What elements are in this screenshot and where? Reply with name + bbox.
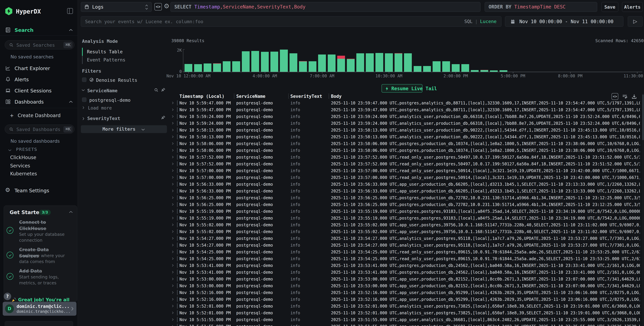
search-input[interactable]	[81, 17, 501, 27]
log-row[interactable]: Nov 10 5:53:41.000 PM postgresql-demo in…	[170, 269, 641, 275]
log-row[interactable]: Nov 10 5:52:16.000 PM postgresql-demo in…	[170, 296, 641, 303]
sidebar-item-team-settings[interactable]: ⚙ Team Settings	[0, 186, 78, 195]
histogram-bar-slot[interactable]	[346, 50, 355, 72]
histogram-bar-slot[interactable]	[279, 50, 288, 72]
column-header-body[interactable]: Body	[331, 94, 342, 99]
expand-chevron-icon[interactable]	[172, 162, 174, 166]
chevron-up-icon[interactable]	[68, 210, 73, 213]
log-row[interactable]: Nov 10 5:54:25.000 PM postgresql-demo in…	[170, 255, 641, 262]
histogram-bar-slot[interactable]	[250, 50, 260, 72]
log-row[interactable]: Nov 10 5:56:25.000 PM postgresql-demo in…	[170, 194, 641, 201]
histogram-bar-slot[interactable]	[489, 50, 498, 72]
log-row[interactable]: Nov 10 5:53:00.000 PM postgresql-demo in…	[170, 275, 641, 282]
expand-chevron-icon[interactable]	[172, 236, 174, 240]
wrap-lines-icon[interactable]	[622, 93, 628, 100]
histogram-bar-slot[interactable]	[632, 50, 642, 72]
log-row[interactable]: Nov 10 5:55:02.000 PM postgresql-demo in…	[170, 221, 641, 228]
expand-chevron-icon[interactable]	[172, 189, 174, 193]
histogram-bar-slot[interactable]	[575, 50, 584, 72]
expand-chevron-icon[interactable]	[172, 101, 174, 105]
histogram-bar-slot[interactable]	[604, 50, 613, 72]
preset-services[interactable]: Services	[10, 163, 30, 169]
histogram-bar-slot[interactable]	[470, 50, 480, 72]
date-range-picker[interactable]: Nov 10 00:00:00 - Nov 11 00:00:00	[505, 16, 623, 27]
filter-section-severitytext[interactable]: SeverityText	[87, 116, 120, 121]
histogram-bar-slot[interactable]	[365, 50, 374, 72]
code-view-button[interactable]: <>	[154, 3, 162, 11]
histogram-bar-slot[interactable]	[460, 50, 470, 72]
log-row[interactable]: Nov 10 5:57:00.000 PM postgresql-demo in…	[170, 174, 641, 181]
histogram-bar-slot[interactable]	[432, 50, 441, 72]
log-row[interactable]: Nov 10 5:55:02.000 PM postgresql-demo in…	[170, 228, 641, 235]
expand-chevron-icon[interactable]	[172, 196, 174, 200]
log-row[interactable]: Nov 10 5:54:25.000 PM postgresql-demo in…	[170, 248, 641, 255]
log-row[interactable]: Nov 10 5:59:24.000 PM postgresql-demo in…	[170, 113, 641, 120]
alerts-button[interactable]: Alerts	[622, 2, 643, 12]
mode-results-table[interactable]: Results Table	[87, 49, 122, 54]
column-resize-handle[interactable]	[328, 94, 329, 99]
histogram-bar-slot[interactable]	[184, 50, 193, 72]
column-resize-handle[interactable]	[288, 94, 289, 99]
histogram-bar-slot[interactable]	[203, 50, 212, 72]
column-header-timestamp[interactable]: Timestamp (Local)	[180, 94, 224, 99]
histogram-bar-slot[interactable]	[308, 50, 317, 72]
expand-chevron-icon[interactable]	[172, 230, 174, 233]
preset-kubernetes[interactable]: Kubernetes	[10, 171, 37, 177]
sidebar-item-dashboards[interactable]: Dashboards	[0, 98, 78, 106]
resume-live-tail-button[interactable]: Resume Live Tail	[382, 84, 422, 93]
expand-chevron-icon[interactable]	[172, 121, 174, 125]
expand-chevron-icon[interactable]	[172, 203, 174, 206]
histogram-bar-slot[interactable]	[270, 50, 279, 72]
log-row[interactable]: Nov 10 5:57:52.000 PM postgresql-demo in…	[170, 154, 641, 160]
service-option-checkbox[interactable]	[82, 98, 86, 102]
histogram-bar-slot[interactable]	[327, 50, 336, 72]
expand-chevron-icon[interactable]	[172, 128, 174, 132]
log-row[interactable]: Nov 10 5:57:52.000 PM postgresql-demo in…	[170, 160, 641, 167]
expand-chevron-icon[interactable]	[172, 297, 174, 301]
column-header-servicename[interactable]: ServiceName	[236, 94, 265, 99]
histogram-bar-slot[interactable]	[508, 50, 518, 72]
histogram-bar-slot[interactable]	[212, 50, 222, 72]
code-columns-icon[interactable]: <>	[612, 93, 618, 100]
expand-chevron-icon[interactable]	[172, 142, 174, 145]
log-row[interactable]: Nov 10 5:58:06.000 PM postgresql-demo in…	[170, 147, 641, 154]
histogram-bar-slot[interactable]	[518, 50, 527, 72]
expand-chevron-icon[interactable]	[172, 176, 174, 179]
expand-chevron-icon[interactable]	[172, 324, 174, 326]
histogram-bar-slot[interactable]	[298, 50, 308, 72]
histogram-bar-slot[interactable]	[566, 50, 575, 72]
orderby-input[interactable]: ORDER BY TimestampTime DESC	[485, 2, 597, 12]
saved-dashboards-input[interactable]: Saved Dashboards ⌘K	[5, 125, 74, 134]
download-icon[interactable]	[631, 93, 637, 100]
histogram-bar-slot[interactable]	[241, 50, 250, 72]
column-header-severitytext[interactable]: SeverityText	[290, 94, 322, 99]
chevron-down-icon[interactable]	[81, 89, 85, 91]
log-row[interactable]: Nov 10 5:59:47.000 PM postgresql-demo in…	[170, 106, 641, 113]
sql-option[interactable]: SQL	[464, 19, 472, 24]
log-row[interactable]: Nov 10 5:52:01.000 PM postgresql-demo in…	[170, 309, 641, 316]
histogram-bar-slot[interactable]	[613, 50, 623, 72]
expand-chevron-icon[interactable]	[172, 148, 174, 152]
expand-chevron-icon[interactable]	[172, 270, 174, 274]
log-row[interactable]: Nov 10 5:54:27.000 PM postgresql-demo in…	[170, 242, 641, 248]
collapse-sidebar-icon[interactable]	[67, 8, 73, 14]
histogram-bar-slot[interactable]	[556, 50, 565, 72]
histogram-bar-slot[interactable]	[422, 50, 432, 72]
log-row[interactable]: Nov 10 5:52:01.000 PM postgresql-demo in…	[170, 303, 641, 309]
user-menu[interactable]: D dominic.tran@clic... dominic.tran@clic…	[3, 302, 76, 316]
log-row[interactable]: Nov 10 5:59:24.000 PM postgresql-demo in…	[170, 120, 641, 127]
gear-icon[interactable]: ⚙	[164, 2, 170, 10]
expand-chevron-icon[interactable]	[172, 284, 174, 287]
expand-chevron-icon[interactable]	[172, 304, 174, 308]
log-row[interactable]: Nov 10 5:57:00.000 PM postgresql-demo in…	[170, 167, 641, 174]
log-row[interactable]: Nov 10 5:55:19.000 PM postgresql-demo in…	[170, 215, 641, 221]
histogram-bar-slot[interactable]	[289, 50, 298, 72]
load-more-button[interactable]: Load more	[88, 105, 112, 111]
histogram-bar-slot[interactable]	[356, 50, 365, 72]
log-row[interactable]: Nov 10 5:51:55.000 PM postgresql-demo in…	[170, 323, 641, 326]
expand-chevron-icon[interactable]	[172, 169, 174, 172]
pin-icon[interactable]	[161, 87, 166, 92]
sidebar-item-chart-explorer[interactable]: Chart Explorer	[0, 64, 78, 73]
save-button[interactable]: Save	[602, 2, 618, 12]
live-tail-button[interactable]: ▷	[628, 16, 643, 27]
